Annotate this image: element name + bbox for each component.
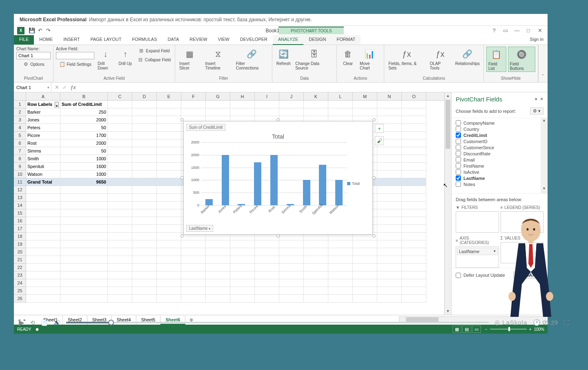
cell[interactable]: [157, 279, 181, 287]
cell[interactable]: [157, 248, 181, 256]
cell[interactable]: [60, 248, 108, 256]
cell[interactable]: [377, 264, 402, 271]
cell[interactable]: [132, 264, 157, 271]
tab-view[interactable]: VIEW: [213, 35, 235, 45]
cell[interactable]: [304, 240, 328, 248]
row-header[interactable]: 7: [14, 147, 26, 155]
cell[interactable]: Barker: [26, 108, 60, 116]
cell[interactable]: [230, 101, 255, 108]
transcript-icon[interactable]: 📄: [41, 319, 48, 326]
cell[interactable]: [402, 194, 426, 202]
cell[interactable]: [132, 202, 157, 209]
cell[interactable]: [157, 202, 181, 209]
cell[interactable]: [108, 209, 132, 217]
cell[interactable]: [402, 178, 426, 186]
cell[interactable]: [377, 240, 402, 248]
cell[interactable]: [60, 217, 108, 225]
tab-home[interactable]: HOME: [34, 35, 58, 45]
cell[interactable]: [108, 108, 132, 116]
cell[interactable]: [377, 108, 402, 116]
cell[interactable]: [304, 248, 328, 256]
row-header[interactable]: 5: [14, 132, 26, 139]
field-label[interactable]: LastName: [463, 176, 485, 181]
cell[interactable]: [157, 240, 181, 248]
row-header[interactable]: 11: [14, 178, 26, 186]
cell[interactable]: [206, 101, 230, 108]
row-header[interactable]: 10: [14, 170, 26, 178]
cell[interactable]: [26, 202, 60, 209]
field-buttons-button[interactable]: 🔘Field Buttons: [508, 47, 535, 72]
chart-value-field-button[interactable]: Sum of CreditLimit: [186, 124, 225, 131]
cell[interactable]: Sperduti: [26, 163, 60, 170]
cell[interactable]: [132, 271, 157, 279]
cell[interactable]: [279, 264, 304, 271]
cell[interactable]: [402, 248, 426, 256]
row-header[interactable]: 3: [14, 116, 26, 124]
cell[interactable]: [230, 248, 255, 256]
cell[interactable]: [108, 194, 132, 202]
cell[interactable]: [328, 287, 353, 295]
cell[interactable]: [230, 287, 255, 295]
collapse-ribbon-icon[interactable]: ˆ: [538, 45, 548, 82]
cell[interactable]: Row Labels: [26, 101, 60, 108]
column-header[interactable]: E: [157, 92, 181, 100]
cell[interactable]: [157, 155, 181, 163]
cell[interactable]: Peters: [26, 124, 60, 132]
cell[interactable]: [304, 287, 328, 295]
cell[interactable]: [181, 256, 206, 264]
column-header[interactable]: F: [181, 92, 206, 100]
field-settings-button[interactable]: 📋Field Settings: [56, 60, 94, 68]
cell[interactable]: [132, 295, 157, 303]
cell[interactable]: [132, 217, 157, 225]
cancel-fx-icon[interactable]: ✕: [55, 84, 59, 90]
row-header[interactable]: 12: [14, 186, 26, 194]
cell[interactable]: [402, 225, 426, 233]
cell[interactable]: 2000: [60, 116, 108, 124]
row-header[interactable]: 14: [14, 202, 26, 209]
row-header[interactable]: 23: [14, 271, 26, 279]
cell[interactable]: [377, 287, 402, 295]
cell[interactable]: [108, 116, 132, 124]
area-axis-box[interactable]: LastName: [456, 247, 499, 268]
defer-update-checkbox[interactable]: [456, 273, 461, 278]
field-label[interactable]: CompanyName: [463, 121, 494, 126]
field-checkbox[interactable]: [456, 151, 461, 156]
fields-scroll[interactable]: ▲▼: [541, 118, 548, 193]
column-header[interactable]: J: [279, 92, 304, 100]
cell[interactable]: [181, 240, 206, 248]
column-header[interactable]: O: [402, 92, 426, 100]
volume-icon[interactable]: 🔊: [53, 319, 60, 326]
filter-connections-button[interactable]: 🔗Filter Connections: [234, 47, 270, 71]
cell[interactable]: [108, 178, 132, 186]
cell[interactable]: [108, 279, 132, 287]
cell[interactable]: [157, 209, 181, 217]
cell[interactable]: [132, 155, 157, 163]
cell[interactable]: [157, 225, 181, 233]
cell[interactable]: 1700: [60, 132, 108, 139]
tab-data[interactable]: DATA: [163, 35, 185, 45]
maximize-icon[interactable]: □: [525, 27, 532, 34]
cell[interactable]: [377, 163, 402, 170]
cell[interactable]: [230, 295, 255, 303]
cell[interactable]: [60, 233, 108, 240]
cell[interactable]: [353, 271, 377, 279]
signin-link[interactable]: Sign in: [526, 35, 548, 45]
cell[interactable]: [26, 240, 60, 248]
cell[interactable]: [402, 264, 426, 271]
cell[interactable]: [377, 256, 402, 264]
cell[interactable]: [157, 116, 181, 124]
row-header[interactable]: 24: [14, 279, 26, 287]
row-header[interactable]: 4: [14, 124, 26, 132]
cell[interactable]: [132, 240, 157, 248]
row-header[interactable]: 22: [14, 264, 26, 271]
cell[interactable]: [230, 279, 255, 287]
cell[interactable]: [132, 124, 157, 132]
field-checkbox[interactable]: [456, 157, 461, 162]
row-header[interactable]: 18: [14, 233, 26, 240]
field-label[interactable]: CustomerSince: [463, 145, 494, 150]
cell[interactable]: [255, 287, 279, 295]
cell[interactable]: Smith: [26, 155, 60, 163]
row-header[interactable]: 2: [14, 108, 26, 116]
cell[interactable]: [402, 155, 426, 163]
cell[interactable]: [26, 194, 60, 202]
